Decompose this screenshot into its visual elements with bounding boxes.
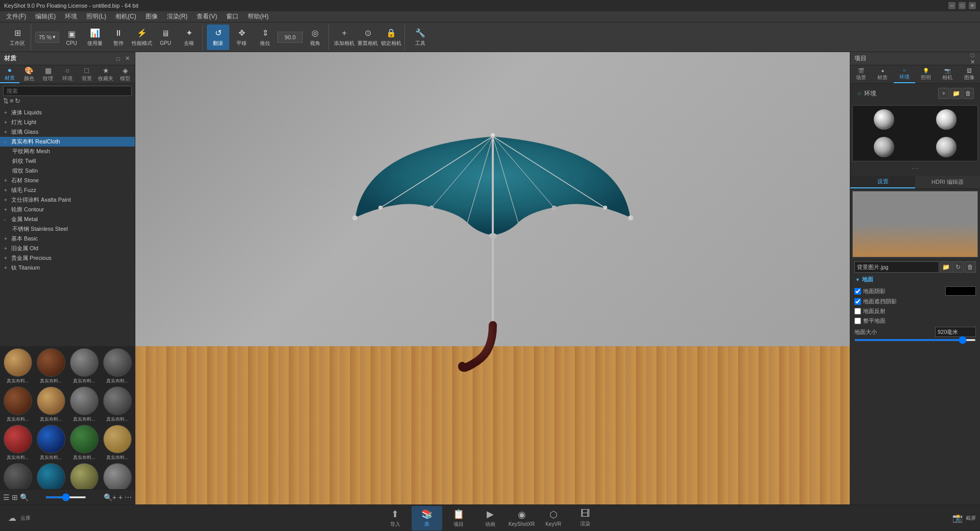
mat-thumb-5[interactable]: 真实布料... (2, 387, 33, 423)
mat-thumb-16[interactable]: 真实布料... (102, 463, 133, 489)
mat-tab-bg[interactable]: □ 背景 (77, 65, 97, 83)
ground-shadow-color[interactable] (945, 286, 976, 296)
menu-edit[interactable]: 编辑(E) (31, 11, 60, 22)
animation-button[interactable]: ▶ 动画 (475, 506, 506, 530)
import-button[interactable]: ⬆ 导入 (380, 506, 411, 530)
rp-tab-scene[interactable]: 🎬 场景 (850, 65, 872, 83)
denoise-button[interactable]: ✦ 去噪 (178, 25, 200, 50)
search-refresh-icon[interactable]: ↻ (15, 97, 20, 105)
tree-item-titanium[interactable]: + 钛 Titanium (0, 263, 135, 273)
tree-item-old[interactable]: + 旧金属 Old (0, 244, 135, 253)
mat-tab-env[interactable]: ○ 环境 (58, 65, 77, 83)
mat-thumb-7[interactable]: 真实布料... (68, 387, 100, 423)
env-list-item[interactable]: ○ 环境 (853, 88, 935, 100)
pause-button[interactable]: ⏸ 暂停 (107, 25, 130, 50)
mat-thumb-11[interactable]: 真实布料... (68, 425, 100, 461)
mat-add-icon[interactable]: + (118, 493, 123, 501)
bg-image-input[interactable] (854, 261, 939, 273)
ground-reflection-checkbox[interactable] (854, 308, 861, 315)
flatten-ground-checkbox[interactable] (854, 318, 861, 324)
tree-item-axalta[interactable]: + 文仕得涂料 Axalta Paint (0, 195, 135, 205)
mat-tab-model[interactable]: ◈ 模型 (115, 65, 135, 83)
bg-img-delete-btn[interactable]: 🗑 (965, 261, 976, 273)
search-filter-icon[interactable]: ≡ (10, 97, 14, 105)
mat-bottom-list-icon[interactable]: ☰ (3, 493, 10, 501)
right-panel-expand[interactable]: □ (969, 52, 976, 59)
ground-occlusion-checkbox[interactable] (854, 298, 861, 305)
env-add-btn[interactable]: + (938, 88, 949, 99)
menu-window[interactable]: 窗口 (222, 11, 243, 22)
library-button[interactable]: 📚 库 (412, 506, 442, 530)
rp-tab-image[interactable]: 🖼 图像 (959, 65, 980, 83)
gpu-button[interactable]: 🖥 GPU (154, 25, 177, 50)
workspace-button[interactable]: ⊞ 工作区 (6, 25, 29, 50)
ground-size-slider[interactable] (854, 339, 976, 341)
menu-file[interactable]: 文件(F) (2, 11, 30, 22)
mat-thumb-4[interactable]: 真实布料... (102, 348, 133, 384)
cpu-button[interactable]: ▣ CPU (60, 25, 83, 50)
key-vr-button[interactable]: ⬡ KeyVR (538, 506, 569, 530)
minimize-button[interactable]: ─ (948, 2, 955, 9)
rp-tab-env[interactable]: ○ 环境 (894, 65, 915, 83)
mat-thumb-14[interactable]: 真实布料... (35, 463, 66, 489)
menu-env[interactable]: 环境 (61, 11, 81, 22)
tree-item-precious[interactable]: + 贵金属 Precious (0, 253, 135, 263)
mat-thumb-1[interactable]: 真实布料... (2, 348, 33, 384)
mat-tab-texture[interactable]: ▦ 纹理 (38, 65, 58, 83)
viewport[interactable]: FPS： 17.4 时间： 4m 59s 采样值： 309 三角形： 89,01… (135, 52, 850, 504)
tree-item-satin[interactable]: 缎纹 Satin (0, 166, 135, 176)
rp-tab-camera[interactable]: 📷 相机 (937, 65, 958, 83)
thumb-size-slider[interactable] (45, 496, 86, 498)
tree-item-fuzz[interactable]: + 绒毛 Fuzz (0, 185, 135, 195)
tree-item-twill[interactable]: 斜纹 Twill (0, 156, 135, 166)
dolly-button[interactable]: ⇕ 推拉 (254, 25, 276, 50)
tree-item-mesh[interactable]: 平纹网布 Mesh (0, 147, 135, 156)
mat-zoom-in-icon[interactable]: 🔍+ (104, 493, 116, 501)
tree-item-stainless[interactable]: 不锈钢 Stainless Steel (0, 224, 135, 234)
pan-button[interactable]: ✥ 平移 (230, 25, 253, 50)
screenshot-button[interactable]: 📸 (949, 510, 966, 526)
settings-tab-hdri[interactable]: HDRI 编辑器 (915, 176, 980, 188)
mat-thumb-9[interactable]: 真实布料... (2, 425, 33, 461)
tree-item-light[interactable]: + 灯光 Light (0, 117, 135, 127)
render-button[interactable]: 🎞 渲染 (570, 506, 601, 530)
tree-item-contour[interactable]: + 轮廓 Contour (0, 205, 135, 214)
performance-button[interactable]: ⚡ 性能模式 (131, 25, 153, 50)
tumble-button[interactable]: ↺ 翻滚 (207, 25, 229, 50)
ground-shadow-checkbox[interactable] (854, 288, 861, 295)
lock-camera-button[interactable]: 🔒 锁定相机 (380, 25, 402, 50)
menu-image[interactable]: 图像 (141, 11, 162, 22)
tree-item-glass[interactable]: + 玻璃 Glass (0, 127, 135, 137)
ground-size-input[interactable] (935, 327, 976, 337)
bg-img-browse-btn[interactable]: 📁 (940, 261, 951, 273)
tree-item-basic[interactable]: + 基本 Basic (0, 234, 135, 244)
mat-thumb-15[interactable]: 真实布料... (68, 463, 100, 489)
mat-thumb-3[interactable]: 真实布料... (68, 348, 100, 384)
settings-tab-settings[interactable]: 设置 (850, 176, 915, 188)
mat-bottom-search-icon[interactable]: 🔍 (20, 493, 29, 501)
reset-camera-button[interactable]: ⊙ 重置相机 (356, 25, 379, 50)
hdri-more-dots[interactable]: ⋯ (850, 163, 980, 174)
tree-item-metal[interactable]: - 金属 Metal (0, 214, 135, 224)
mat-bottom-grid-icon[interactable]: ⊞ (12, 493, 18, 501)
env-delete-btn[interactable]: 🗑 (963, 88, 974, 99)
keyshot-xr-button[interactable]: ◉ KeyShotXR (507, 506, 537, 530)
mat-thumb-12[interactable]: 真实布料... (102, 425, 133, 461)
add-camera-button[interactable]: + 添加相机 (333, 25, 355, 50)
mat-tab-favorites[interactable]: ★ 收藏夹 (97, 65, 116, 83)
degree-input[interactable] (277, 32, 303, 43)
env-folder-btn[interactable]: 📁 (950, 88, 962, 99)
usage-button[interactable]: 📊 使用量 (84, 25, 106, 50)
left-panel-expand[interactable]: □ (114, 55, 122, 62)
mat-thumb-6[interactable]: 真实布料... (35, 387, 66, 423)
menu-camera[interactable]: 相机(C) (111, 11, 140, 22)
bg-img-refresh-btn[interactable]: ↻ (952, 261, 964, 273)
search-input[interactable] (3, 86, 132, 96)
maximize-button[interactable]: □ (959, 2, 966, 9)
mat-more-icon[interactable]: ⋯ (125, 493, 132, 501)
tree-item-liquids[interactable]: + 液体 Liquids (0, 108, 135, 117)
view-button[interactable]: ◎ 视角 (304, 25, 326, 50)
tree-item-stone[interactable]: + 石材 Stone (0, 176, 135, 185)
mat-thumb-13[interactable]: 真实布料... (2, 463, 33, 489)
menu-help[interactable]: 帮助(H) (244, 11, 273, 22)
